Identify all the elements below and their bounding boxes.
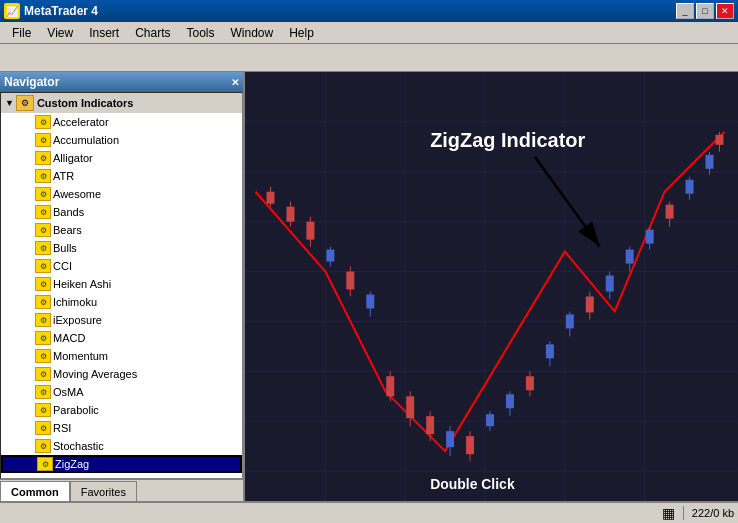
tree-item-rsi[interactable]: ⚙ RSI — [1, 419, 242, 437]
tree-item-bears[interactable]: ⚙ Bears — [1, 221, 242, 239]
indicator-icon: ⚙ — [35, 133, 51, 147]
svg-rect-57 — [686, 180, 694, 194]
svg-rect-27 — [386, 376, 394, 396]
indicator-icon: ⚙ — [35, 151, 51, 165]
status-separator — [683, 506, 684, 520]
tree-item-macd[interactable]: ⚙ MACD — [1, 329, 242, 347]
tree-item-ichimoku[interactable]: ⚙ Ichimoku — [1, 293, 242, 311]
indicator-icon: ⚙ — [35, 421, 51, 435]
navigator-tree[interactable]: ▼ ⚙ Custom Indicators ⚙ Accelerator ⚙ Ac… — [0, 92, 243, 479]
menu-tools[interactable]: Tools — [179, 24, 223, 42]
tree-item-awesome[interactable]: ⚙ Awesome — [1, 185, 242, 203]
tree-item-heiken-ashi[interactable]: ⚙ Heiken Ashi — [1, 275, 242, 293]
item-label: Parabolic — [53, 404, 99, 416]
svg-rect-29 — [406, 396, 414, 418]
svg-rect-41 — [526, 376, 534, 390]
tree-item-bands[interactable]: ⚙ Bands — [1, 203, 242, 221]
svg-rect-61 — [715, 135, 723, 145]
tree-item-accelerator[interactable]: ⚙ Accelerator — [1, 113, 242, 131]
item-label: Bears — [53, 224, 82, 236]
close-button[interactable]: ✕ — [716, 3, 734, 19]
tree-item-alligator[interactable]: ⚙ Alligator — [1, 149, 242, 167]
svg-rect-59 — [706, 155, 714, 169]
item-label: RSI — [53, 422, 71, 434]
tree-item-bulls[interactable]: ⚙ Bulls — [1, 239, 242, 257]
indicator-icon: ⚙ — [35, 205, 51, 219]
item-label: Bands — [53, 206, 84, 218]
minimize-button[interactable]: _ — [676, 3, 694, 19]
indicator-icon: ⚙ — [35, 367, 51, 381]
tree-item-accumulation[interactable]: ⚙ Accumulation — [1, 131, 242, 149]
item-label: Bulls — [53, 242, 77, 254]
item-label: Stochastic — [53, 440, 104, 452]
indicator-icon: ⚙ — [35, 241, 51, 255]
indicator-icon: ⚙ — [35, 313, 51, 327]
status-bars-icon: ▦ — [662, 505, 675, 521]
memory-status: 222/0 kb — [692, 507, 734, 519]
svg-rect-35 — [466, 436, 474, 454]
menu-file[interactable]: File — [4, 24, 39, 42]
navigator-panel: Navigator ✕ ▼ ⚙ Custom Indicators ⚙ Acce… — [0, 72, 245, 501]
menu-view[interactable]: View — [39, 24, 81, 42]
svg-rect-45 — [566, 314, 574, 328]
status-bar: ▦ 222/0 kb — [0, 501, 738, 523]
indicator-icon: ⚙ — [35, 169, 51, 183]
app-icon: 📈 — [4, 3, 20, 19]
svg-rect-43 — [546, 344, 554, 358]
tab-favorites[interactable]: Favorites — [70, 481, 137, 501]
indicator-icon: ⚙ — [35, 259, 51, 273]
main-content: Navigator ✕ ▼ ⚙ Custom Indicators ⚙ Acce… — [0, 72, 738, 501]
tree-item-atr[interactable]: ⚙ ATR — [1, 167, 242, 185]
svg-rect-25 — [366, 294, 374, 308]
svg-rect-31 — [426, 416, 434, 434]
tree-item-zigzag[interactable]: ⚙ ZigZag — [1, 455, 242, 473]
svg-text:Double Click: Double Click — [430, 476, 515, 492]
navigator-close-button[interactable]: ✕ — [231, 77, 239, 88]
svg-rect-47 — [586, 296, 594, 312]
svg-rect-33 — [446, 431, 454, 447]
title-bar-controls: _ □ ✕ — [676, 3, 734, 19]
menu-insert[interactable]: Insert — [81, 24, 127, 42]
indicator-icon: ⚙ — [35, 223, 51, 237]
indicator-icon: ⚙ — [35, 115, 51, 129]
menu-help[interactable]: Help — [281, 24, 322, 42]
svg-rect-23 — [346, 272, 354, 290]
item-label: Momentum — [53, 350, 108, 362]
menu-window[interactable]: Window — [223, 24, 282, 42]
chart-svg: ZigZag Indicator Double Click — [245, 72, 738, 501]
maximize-button[interactable]: □ — [696, 3, 714, 19]
item-label: Ichimoku — [53, 296, 97, 308]
tree-item-moving-averages[interactable]: ⚙ Moving Averages — [1, 365, 242, 383]
indicator-icon: ⚙ — [35, 295, 51, 309]
chart-area[interactable]: ZigZag Indicator Double Click — [245, 72, 738, 501]
tree-item-cci[interactable]: ⚙ CCI — [1, 257, 242, 275]
svg-rect-19 — [306, 222, 314, 240]
indicator-icon: ⚙ — [35, 439, 51, 453]
expand-icon[interactable]: ▼ — [5, 98, 14, 108]
item-label: Accelerator — [53, 116, 109, 128]
toolbar — [0, 44, 738, 72]
item-label: ATR — [53, 170, 74, 182]
root-item-custom-indicators[interactable]: ▼ ⚙ Custom Indicators — [1, 93, 242, 113]
item-label: iExposure — [53, 314, 102, 326]
menu-charts[interactable]: Charts — [127, 24, 178, 42]
root-label: Custom Indicators — [37, 97, 134, 109]
title-bar: 📈 MetaTrader 4 _ □ ✕ — [0, 0, 738, 22]
tree-item-momentum[interactable]: ⚙ Momentum — [1, 347, 242, 365]
indicator-icon: ⚙ — [35, 403, 51, 417]
tree-item-parabolic[interactable]: ⚙ Parabolic — [1, 401, 242, 419]
item-label: Alligator — [53, 152, 93, 164]
title-bar-left: 📈 MetaTrader 4 — [4, 3, 98, 19]
svg-rect-17 — [286, 207, 294, 222]
indicator-icon: ⚙ — [37, 457, 53, 471]
tree-item-stochastic[interactable]: ⚙ Stochastic — [1, 437, 242, 455]
tab-common[interactable]: Common — [0, 481, 70, 501]
tree-item-osma[interactable]: ⚙ OsMA — [1, 383, 242, 401]
menu-bar: File View Insert Charts Tools Window Hel… — [0, 22, 738, 44]
tree-item-iexposure[interactable]: ⚙ iExposure — [1, 311, 242, 329]
indicator-icon: ⚙ — [35, 277, 51, 291]
indicator-icon: ⚙ — [35, 385, 51, 399]
item-label: Heiken Ashi — [53, 278, 111, 290]
item-label: OsMA — [53, 386, 84, 398]
item-label: MACD — [53, 332, 85, 344]
